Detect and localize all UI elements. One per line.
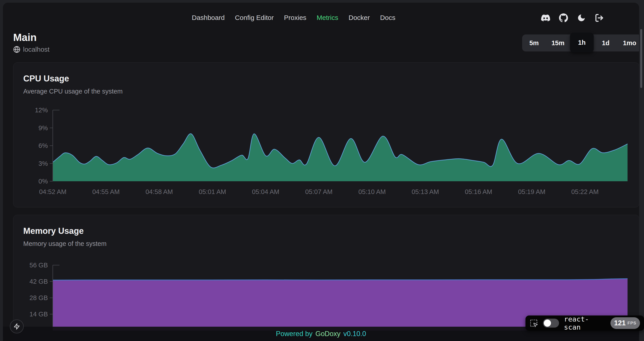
svg-text:05:13 AM: 05:13 AM — [412, 188, 439, 195]
react-scan-label: react-scan — [564, 315, 606, 331]
main-panel: Dashboard Config Editor Proxies Metrics … — [3, 3, 639, 341]
time-range-1h[interactable]: 1h — [570, 33, 594, 52]
host-row: localhost — [13, 46, 50, 53]
react-scan-toggle[interactable] — [543, 319, 559, 327]
cpu-card-title: CPU Usage — [23, 74, 69, 84]
nav-item-docs[interactable]: Docs — [380, 14, 395, 22]
nav-item-config-editor[interactable]: Config Editor — [235, 14, 274, 22]
top-nav: Dashboard Config Editor Proxies Metrics … — [192, 14, 395, 22]
svg-text:04:52 AM: 04:52 AM — [39, 188, 67, 195]
svg-text:04:58 AM: 04:58 AM — [146, 188, 173, 195]
page-title: Main — [13, 31, 37, 44]
time-range-5m[interactable]: 5m — [522, 35, 546, 52]
footer-version: v0.10.0 — [344, 330, 366, 338]
memory-card-subtitle: Memory usage of the system — [23, 240, 106, 247]
svg-text:05:16 AM: 05:16 AM — [465, 188, 492, 195]
svg-text:05:07 AM: 05:07 AM — [305, 188, 333, 195]
svg-text:0%: 0% — [38, 178, 48, 185]
logout-icon[interactable] — [595, 14, 604, 22]
quick-actions-button[interactable] — [10, 319, 24, 333]
nav-item-docker[interactable]: Docker — [348, 14, 370, 22]
svg-text:12%: 12% — [35, 107, 48, 114]
app-root: Dashboard Config Editor Proxies Metrics … — [0, 0, 644, 341]
inspect-element-icon[interactable] — [530, 319, 538, 327]
page-scrollbar-thumb[interactable] — [640, 29, 642, 88]
react-scan-widget: react-scan 121 FPS — [526, 315, 644, 331]
lightning-icon — [14, 323, 20, 330]
time-range-1d[interactable]: 1d — [594, 35, 618, 52]
fps-unit: FPS — [628, 321, 636, 325]
svg-text:9%: 9% — [38, 124, 48, 132]
time-range-selector: 5m 15m 1h 1d 1mo — [522, 35, 639, 52]
cpu-usage-chart: 0%3%6%9%12%04:52 AM04:55 AM04:58 AM05:01… — [14, 106, 639, 202]
nav-item-metrics[interactable]: Metrics — [317, 14, 338, 22]
svg-text:04:55 AM: 04:55 AM — [92, 188, 120, 195]
toggle-knob — [544, 319, 551, 327]
fps-badge: 121 FPS — [610, 317, 640, 329]
footer-powered-by: Powered by — [276, 330, 312, 338]
theme-toggle-moon-icon[interactable] — [577, 14, 586, 22]
header-icon-group — [541, 14, 604, 22]
cpu-usage-card: CPU Usage Average CPU usage of the syste… — [13, 63, 639, 207]
time-range-1mo[interactable]: 1mo — [618, 35, 639, 52]
svg-text:05:22 AM: 05:22 AM — [571, 188, 599, 195]
svg-text:05:04 AM: 05:04 AM — [252, 188, 280, 195]
host-label: localhost — [23, 46, 50, 53]
svg-text:6%: 6% — [38, 142, 48, 149]
github-icon[interactable] — [559, 14, 568, 22]
svg-text:56 GB: 56 GB — [30, 262, 48, 269]
nav-item-proxies[interactable]: Proxies — [284, 14, 306, 22]
globe-icon — [13, 46, 20, 53]
svg-text:14 GB: 14 GB — [30, 310, 48, 318]
nav-item-dashboard[interactable]: Dashboard — [192, 14, 225, 22]
memory-card-title: Memory Usage — [23, 226, 84, 236]
time-range-15m[interactable]: 15m — [546, 35, 570, 52]
svg-text:05:10 AM: 05:10 AM — [358, 188, 386, 195]
discord-icon[interactable] — [541, 14, 550, 22]
svg-text:28 GB: 28 GB — [30, 294, 48, 301]
svg-text:3%: 3% — [38, 160, 48, 167]
svg-text:42 GB: 42 GB — [30, 278, 48, 285]
footer-brand-link[interactable]: GoDoxy — [316, 330, 340, 338]
svg-text:05:19 AM: 05:19 AM — [518, 188, 546, 195]
svg-text:05:01 AM: 05:01 AM — [199, 188, 226, 195]
fps-value: 121 — [614, 319, 626, 327]
cpu-card-subtitle: Average CPU usage of the system — [23, 88, 122, 95]
